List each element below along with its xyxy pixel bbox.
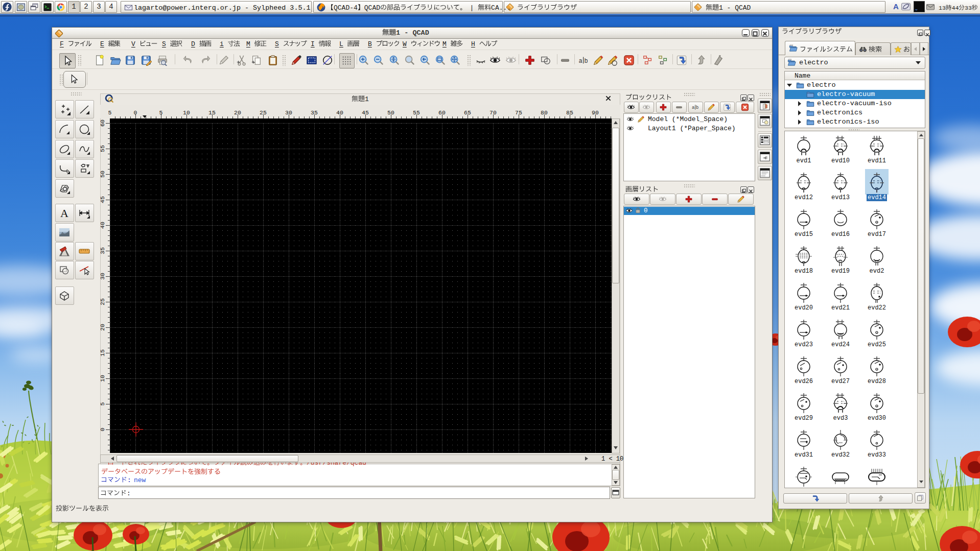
svg-text:0: 0 — [100, 427, 106, 431]
svg-text:I: I — [311, 40, 315, 48]
svg-text:5: 5 — [108, 109, 112, 116]
svg-text:13: 13 — [939, 5, 946, 11]
svg-text:45: 45 — [100, 196, 106, 203]
svg-text:i: i — [220, 40, 224, 48]
svg-text:S: S — [275, 40, 279, 48]
svg-text:QCAD: QCAD — [364, 4, 380, 12]
svg-text:5: 5 — [100, 402, 106, 405]
svg-text::: : — [127, 490, 131, 497]
svg-text:|: | — [470, 4, 474, 12]
svg-text::: : — [127, 476, 131, 484]
svg-text:1 - QCAD: 1 - QCAD — [719, 4, 751, 12]
svg-text:33: 33 — [965, 5, 972, 11]
svg-text:1 - QCAD: 1 - QCAD — [396, 29, 429, 37]
svg-text:CA...: CA... — [491, 4, 511, 12]
svg-text:A: A — [60, 207, 68, 219]
svg-text:25: 25 — [100, 298, 106, 305]
svg-text:55: 55 — [100, 145, 106, 152]
svg-text:50: 50 — [100, 171, 106, 178]
svg-text:M: M — [246, 40, 250, 48]
svg-text:20: 20 — [100, 324, 106, 331]
svg-text:40: 40 — [100, 222, 106, 229]
svg-text:S: S — [162, 40, 166, 48]
svg-text:44: 44 — [952, 5, 959, 11]
svg-text:B: B — [368, 40, 372, 48]
svg-text:30: 30 — [100, 273, 106, 280]
svg-text:F: F — [60, 40, 64, 48]
svg-text:lagarto@power.interq.or.jp - S: lagarto@power.interq.or.jp - Sylpheed 3.… — [134, 4, 311, 12]
svg-text:/usr/share/qcad: /usr/share/qcad — [307, 463, 366, 466]
svg-text:L: L — [339, 40, 343, 48]
svg-text:1: 1 — [365, 95, 369, 103]
svg-text:15: 15 — [100, 349, 106, 356]
svg-text:10: 10 — [100, 375, 106, 382]
svg-text:M: M — [442, 40, 447, 48]
svg-text:D: D — [191, 40, 195, 48]
svg-text:V: V — [131, 40, 135, 48]
svg-text:new: new — [134, 476, 146, 484]
svg-text:35: 35 — [100, 247, 106, 254]
svg-text:60: 60 — [100, 119, 106, 127]
svg-text:H: H — [471, 40, 475, 48]
svg-text:E: E — [100, 40, 104, 48]
svg-text:QCAD-4: QCAD-4 — [334, 4, 358, 12]
svg-text:W: W — [403, 40, 407, 48]
